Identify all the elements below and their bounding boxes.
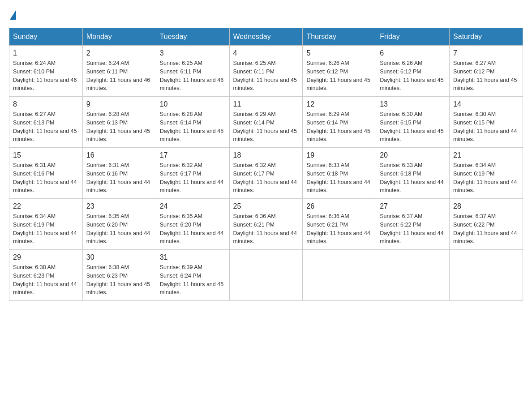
day-info: Sunrise: 6:37 AMSunset: 6:22 PMDaylight:… <box>380 212 446 246</box>
logo-triangle-icon <box>10 10 16 20</box>
calendar-cell <box>229 250 303 301</box>
calendar-cell: 3Sunrise: 6:25 AMSunset: 6:11 PMDaylight… <box>156 46 229 97</box>
day-number: 6 <box>380 49 446 57</box>
calendar-cell: 17Sunrise: 6:32 AMSunset: 6:17 PMDayligh… <box>156 148 229 199</box>
day-info: Sunrise: 6:28 AMSunset: 6:13 PMDaylight:… <box>86 110 152 144</box>
day-number: 10 <box>160 100 226 108</box>
calendar-cell: 7Sunrise: 6:27 AMSunset: 6:12 PMDaylight… <box>450 46 523 97</box>
calendar-table: SundayMondayTuesdayWednesdayThursdayFrid… <box>9 28 523 301</box>
day-info: Sunrise: 6:24 AMSunset: 6:10 PMDaylight:… <box>13 59 79 93</box>
day-number: 24 <box>160 202 226 210</box>
calendar-cell: 2Sunrise: 6:24 AMSunset: 6:11 PMDaylight… <box>82 46 156 97</box>
day-number: 17 <box>160 151 226 159</box>
day-info: Sunrise: 6:27 AMSunset: 6:12 PMDaylight:… <box>453 59 519 93</box>
calendar-cell: 25Sunrise: 6:36 AMSunset: 6:21 PMDayligh… <box>229 199 303 250</box>
day-info: Sunrise: 6:27 AMSunset: 6:13 PMDaylight:… <box>13 110 79 144</box>
day-info: Sunrise: 6:35 AMSunset: 6:20 PMDaylight:… <box>86 212 152 246</box>
calendar-cell: 10Sunrise: 6:28 AMSunset: 6:14 PMDayligh… <box>156 97 229 148</box>
day-info: Sunrise: 6:28 AMSunset: 6:14 PMDaylight:… <box>160 110 226 144</box>
day-info: Sunrise: 6:26 AMSunset: 6:12 PMDaylight:… <box>380 59 446 93</box>
calendar-cell: 27Sunrise: 6:37 AMSunset: 6:22 PMDayligh… <box>376 199 450 250</box>
column-header-friday: Friday <box>376 28 450 46</box>
day-info: Sunrise: 6:31 AMSunset: 6:16 PMDaylight:… <box>86 161 152 195</box>
day-number: 5 <box>306 49 372 57</box>
calendar-cell: 22Sunrise: 6:34 AMSunset: 6:19 PMDayligh… <box>9 199 83 250</box>
day-info: Sunrise: 6:37 AMSunset: 6:22 PMDaylight:… <box>453 212 519 246</box>
day-number: 2 <box>86 49 152 57</box>
day-number: 27 <box>380 202 446 210</box>
day-info: Sunrise: 6:32 AMSunset: 6:17 PMDaylight:… <box>160 161 226 195</box>
day-info: Sunrise: 6:39 AMSunset: 6:24 PMDaylight:… <box>160 263 226 297</box>
day-info: Sunrise: 6:34 AMSunset: 6:19 PMDaylight:… <box>13 212 79 246</box>
day-number: 7 <box>453 49 519 57</box>
calendar-cell: 30Sunrise: 6:38 AMSunset: 6:23 PMDayligh… <box>82 250 156 301</box>
day-info: Sunrise: 6:24 AMSunset: 6:11 PMDaylight:… <box>86 59 152 93</box>
day-number: 30 <box>86 253 152 261</box>
day-number: 20 <box>380 151 446 159</box>
calendar-cell: 9Sunrise: 6:28 AMSunset: 6:13 PMDaylight… <box>82 97 156 148</box>
day-number: 28 <box>453 202 519 210</box>
day-info: Sunrise: 6:34 AMSunset: 6:19 PMDaylight:… <box>453 161 519 195</box>
day-info: Sunrise: 6:38 AMSunset: 6:23 PMDaylight:… <box>13 263 79 297</box>
calendar-cell: 23Sunrise: 6:35 AMSunset: 6:20 PMDayligh… <box>82 199 156 250</box>
day-info: Sunrise: 6:26 AMSunset: 6:12 PMDaylight:… <box>306 59 372 93</box>
day-info: Sunrise: 6:35 AMSunset: 6:20 PMDaylight:… <box>160 212 226 246</box>
day-number: 25 <box>233 202 299 210</box>
day-number: 19 <box>306 151 372 159</box>
day-number: 15 <box>13 151 79 159</box>
column-header-saturday: Saturday <box>450 28 523 46</box>
day-info: Sunrise: 6:30 AMSunset: 6:15 PMDaylight:… <box>453 110 519 144</box>
calendar-cell: 13Sunrise: 6:30 AMSunset: 6:15 PMDayligh… <box>376 97 450 148</box>
day-number: 22 <box>13 202 79 210</box>
calendar-cell: 18Sunrise: 6:32 AMSunset: 6:17 PMDayligh… <box>229 148 303 199</box>
calendar-cell: 1Sunrise: 6:24 AMSunset: 6:10 PMDaylight… <box>9 46 83 97</box>
calendar-cell: 15Sunrise: 6:31 AMSunset: 6:16 PMDayligh… <box>9 148 83 199</box>
calendar-cell: 24Sunrise: 6:35 AMSunset: 6:20 PMDayligh… <box>156 199 229 250</box>
day-number: 16 <box>86 151 152 159</box>
day-number: 13 <box>380 100 446 108</box>
day-number: 12 <box>306 100 372 108</box>
calendar-cell: 14Sunrise: 6:30 AMSunset: 6:15 PMDayligh… <box>450 97 523 148</box>
calendar-cell: 19Sunrise: 6:33 AMSunset: 6:18 PMDayligh… <box>303 148 376 199</box>
day-info: Sunrise: 6:38 AMSunset: 6:23 PMDaylight:… <box>86 263 152 297</box>
day-number: 29 <box>13 253 79 261</box>
calendar-cell: 8Sunrise: 6:27 AMSunset: 6:13 PMDaylight… <box>9 97 83 148</box>
calendar-cell: 31Sunrise: 6:39 AMSunset: 6:24 PMDayligh… <box>156 250 229 301</box>
day-number: 26 <box>306 202 372 210</box>
day-number: 31 <box>160 253 226 261</box>
column-header-sunday: Sunday <box>9 28 83 46</box>
column-header-thursday: Thursday <box>303 28 376 46</box>
day-info: Sunrise: 6:30 AMSunset: 6:15 PMDaylight:… <box>380 110 446 144</box>
day-info: Sunrise: 6:31 AMSunset: 6:16 PMDaylight:… <box>13 161 79 195</box>
day-number: 18 <box>233 151 299 159</box>
day-info: Sunrise: 6:36 AMSunset: 6:21 PMDaylight:… <box>306 212 372 246</box>
calendar-cell: 6Sunrise: 6:26 AMSunset: 6:12 PMDaylight… <box>376 46 450 97</box>
day-number: 11 <box>233 100 299 108</box>
calendar-cell: 28Sunrise: 6:37 AMSunset: 6:22 PMDayligh… <box>450 199 523 250</box>
day-info: Sunrise: 6:33 AMSunset: 6:18 PMDaylight:… <box>306 161 372 195</box>
column-header-wednesday: Wednesday <box>229 28 303 46</box>
day-number: 3 <box>160 49 226 57</box>
calendar-cell: 16Sunrise: 6:31 AMSunset: 6:16 PMDayligh… <box>82 148 156 199</box>
calendar-cell: 21Sunrise: 6:34 AMSunset: 6:19 PMDayligh… <box>450 148 523 199</box>
calendar-cell: 5Sunrise: 6:26 AMSunset: 6:12 PMDaylight… <box>303 46 376 97</box>
calendar-cell: 12Sunrise: 6:29 AMSunset: 6:14 PMDayligh… <box>303 97 376 148</box>
day-number: 23 <box>86 202 152 210</box>
calendar-cell: 11Sunrise: 6:29 AMSunset: 6:14 PMDayligh… <box>229 97 303 148</box>
day-info: Sunrise: 6:32 AMSunset: 6:17 PMDaylight:… <box>233 161 299 195</box>
calendar-cell: 26Sunrise: 6:36 AMSunset: 6:21 PMDayligh… <box>303 199 376 250</box>
calendar-cell: 20Sunrise: 6:33 AMSunset: 6:18 PMDayligh… <box>376 148 450 199</box>
day-info: Sunrise: 6:25 AMSunset: 6:11 PMDaylight:… <box>160 59 226 93</box>
day-info: Sunrise: 6:33 AMSunset: 6:18 PMDaylight:… <box>380 161 446 195</box>
day-number: 21 <box>453 151 519 159</box>
day-number: 9 <box>86 100 152 108</box>
day-number: 4 <box>233 49 299 57</box>
day-number: 1 <box>13 49 79 57</box>
day-number: 8 <box>13 100 79 108</box>
day-info: Sunrise: 6:29 AMSunset: 6:14 PMDaylight:… <box>306 110 372 144</box>
calendar-cell: 4Sunrise: 6:25 AMSunset: 6:11 PMDaylight… <box>229 46 303 97</box>
day-number: 14 <box>453 100 519 108</box>
day-info: Sunrise: 6:25 AMSunset: 6:11 PMDaylight:… <box>233 59 299 93</box>
calendar-cell <box>376 250 450 301</box>
column-header-tuesday: Tuesday <box>156 28 229 46</box>
